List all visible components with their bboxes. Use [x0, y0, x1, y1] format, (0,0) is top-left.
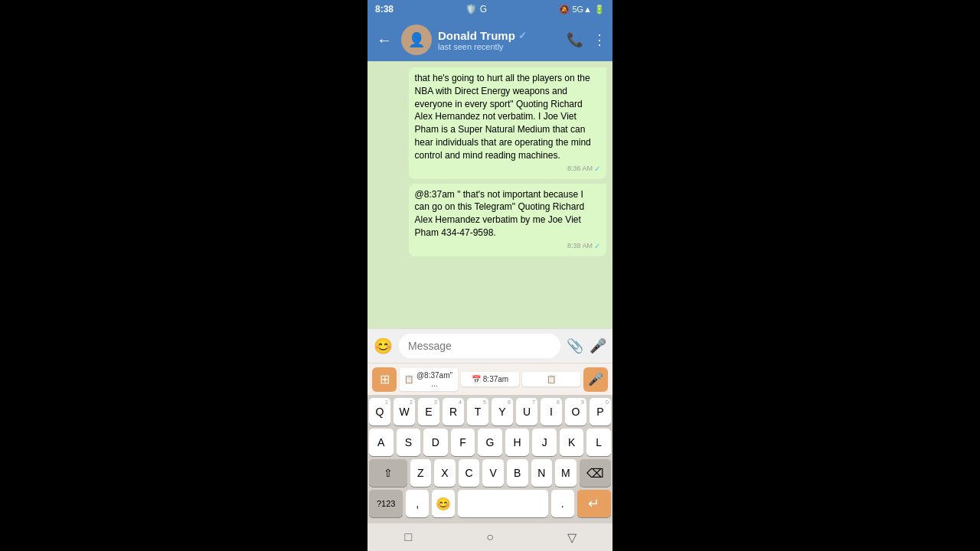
- suggest-text-1: @8:37am" ...: [416, 371, 453, 388]
- call-icon[interactable]: 📞: [567, 31, 583, 48]
- key-d[interactable]: D: [423, 429, 448, 456]
- key-period[interactable]: .: [551, 490, 574, 517]
- keyboard-row-4: ?123 , 😊 . ↵: [369, 490, 611, 517]
- key-backspace[interactable]: ⌫: [580, 459, 611, 487]
- key-m[interactable]: M: [555, 459, 577, 487]
- message-bubble: @8:37am " that's not important because I…: [409, 184, 606, 256]
- key-r[interactable]: R4: [443, 398, 464, 425]
- keyboard-row-2: A S D F G H J K L: [369, 429, 611, 456]
- key-emoji[interactable]: 😊: [432, 490, 455, 517]
- suggest-mic-button[interactable]: 🎤: [583, 367, 608, 392]
- key-j[interactable]: J: [532, 429, 557, 456]
- contact-name-text[interactable]: Donald Trump: [438, 29, 515, 42]
- time-text: 8:38 AM: [567, 241, 593, 251]
- status-time: 8:38: [375, 4, 394, 15]
- verified-icon: ✓: [518, 30, 527, 41]
- key-z[interactable]: Z: [410, 459, 432, 487]
- key-w[interactable]: W2: [394, 398, 415, 425]
- key-h[interactable]: H: [505, 429, 530, 456]
- suggest-text-2: 8:37am: [483, 375, 508, 383]
- nav-square-button[interactable]: □: [399, 528, 417, 546]
- contact-info: Donald Trump ✓ last seen recently: [438, 29, 560, 51]
- suggest-item-2[interactable]: 📅 8:37am: [461, 372, 519, 386]
- message-bubble: that he's going to hurt all the players …: [409, 67, 606, 179]
- status-icons: 🛡️ G: [466, 4, 487, 15]
- key-v[interactable]: V: [482, 459, 504, 487]
- message-time: 8:38 AM ✓: [415, 241, 600, 252]
- key-t[interactable]: T5: [467, 398, 488, 425]
- message-input[interactable]: [399, 334, 560, 358]
- key-numbers[interactable]: ?123: [369, 490, 403, 517]
- avatar[interactable]: 👤: [401, 24, 432, 55]
- back-button[interactable]: ←: [374, 28, 395, 52]
- keyboard: Q1 W2 E3 R4 T5 Y6 U7 I8 O9 P0 A S D F G …: [368, 395, 612, 523]
- key-e[interactable]: E3: [418, 398, 439, 425]
- message-text: that he's going to hurt all the players …: [415, 73, 591, 161]
- suggest-clipboard-icon: 📋: [404, 375, 413, 383]
- menu-icon[interactable]: ⋮: [593, 31, 606, 48]
- contact-status: last seen recently: [438, 42, 560, 51]
- keyboard-row-3: ⇧ Z X C V B N M ⌫: [369, 459, 611, 487]
- contact-name-row: Donald Trump ✓: [438, 29, 560, 42]
- time-text: 8:36 AM: [567, 164, 593, 174]
- key-y[interactable]: Y6: [492, 398, 513, 425]
- status-right-icons: 🔕 5G▲ 🔋: [559, 5, 605, 15]
- key-k[interactable]: K: [560, 429, 584, 456]
- key-q[interactable]: Q1: [369, 398, 390, 425]
- key-s[interactable]: S: [397, 429, 421, 456]
- key-o[interactable]: O9: [565, 398, 586, 425]
- suggestion-bar: ⊞ 📋 @8:37am" ... 📅 8:37am 📋 🎤: [368, 363, 612, 395]
- input-area: 😊 📎 🎤: [368, 328, 612, 363]
- nav-home-button[interactable]: ○: [481, 528, 499, 546]
- key-x[interactable]: X: [434, 459, 456, 487]
- header-icons: 📞 ⋮: [567, 31, 606, 48]
- emoji-button[interactable]: 😊: [374, 337, 393, 355]
- key-enter[interactable]: ↵: [577, 490, 611, 517]
- key-g[interactable]: G: [478, 429, 502, 456]
- key-p[interactable]: P0: [590, 398, 611, 425]
- silent-icon: 🔕: [559, 5, 570, 15]
- key-a[interactable]: A: [369, 429, 394, 456]
- network-icon: 5G▲: [572, 5, 592, 14]
- status-bar: 8:38 🛡️ G 🔕 5G▲ 🔋: [368, 0, 612, 18]
- key-space[interactable]: [458, 490, 548, 517]
- key-n[interactable]: N: [531, 459, 553, 487]
- read-receipt: ✓: [594, 164, 600, 174]
- message-text: @8:37am " that's not important because I…: [415, 189, 585, 238]
- message-time: 8:36 AM ✓: [415, 164, 600, 174]
- suggest-item-3[interactable]: 📋: [522, 372, 580, 386]
- mic-button[interactable]: 🎤: [590, 337, 606, 354]
- keyboard-row-1: Q1 W2 E3 R4 T5 Y6 U7 I8 O9 P0: [369, 398, 611, 425]
- key-b[interactable]: B: [507, 459, 528, 487]
- key-u[interactable]: U7: [516, 398, 537, 425]
- suggest-item-1[interactable]: 📋 @8:37am" ...: [400, 368, 458, 391]
- read-receipt: ✓: [594, 241, 600, 252]
- suggest-grid-icon[interactable]: ⊞: [372, 367, 397, 392]
- key-comma[interactable]: ,: [406, 490, 429, 517]
- suggest-paste-icon: 📋: [547, 375, 556, 383]
- key-i[interactable]: I8: [541, 398, 562, 425]
- key-c[interactable]: C: [459, 459, 480, 487]
- nav-bar: □ ○ ▽: [368, 523, 612, 551]
- nav-back-button[interactable]: ▽: [563, 528, 581, 546]
- chat-area: that he's going to hurt all the players …: [368, 61, 612, 328]
- key-f[interactable]: F: [451, 429, 475, 456]
- key-shift[interactable]: ⇧: [369, 459, 407, 487]
- attach-button[interactable]: 📎: [567, 337, 583, 354]
- suggest-calendar-icon: 📅: [472, 375, 481, 383]
- battery-icon: 🔋: [594, 5, 605, 15]
- chat-header: ← 👤 Donald Trump ✓ last seen recently 📞 …: [368, 18, 612, 61]
- key-l[interactable]: L: [586, 429, 611, 456]
